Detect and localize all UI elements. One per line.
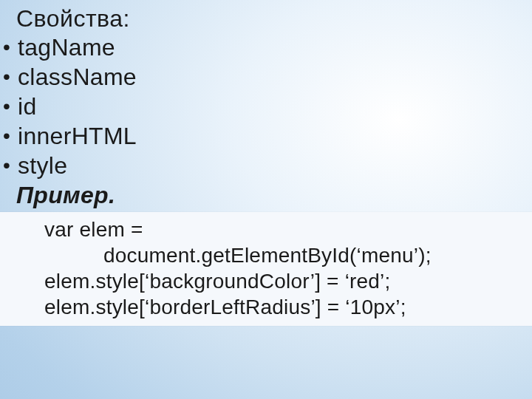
code-line: var elem = — [0, 216, 532, 242]
list-item: tagName — [3, 33, 532, 62]
list-item: style — [3, 151, 532, 180]
property-list: tagName className id innerHTML style — [3, 33, 532, 180]
list-item: className — [3, 62, 532, 92]
code-example: var elem = document.getElementById(‘menu… — [0, 212, 532, 326]
slide: Свойства: tagName className id innerHTML… — [0, 0, 532, 399]
list-item: id — [3, 92, 532, 121]
properties-heading: Свойства: — [16, 4, 532, 33]
code-line: elem.style[‘backgroundColor’] = ‘red’; — [0, 268, 532, 294]
list-item: innerHTML — [3, 121, 532, 151]
code-line: elem.style[‘borderLeftRadius’] = ‘10px’; — [0, 294, 532, 320]
example-label: Пример. — [16, 182, 532, 209]
code-line: document.getElementById(‘menu’); — [0, 242, 532, 268]
